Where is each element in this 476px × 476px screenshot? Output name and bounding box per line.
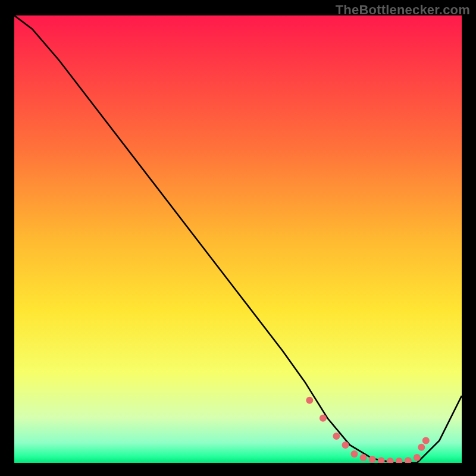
marker-dot [306,397,313,404]
marker-dot [422,437,430,444]
marker-dot [342,441,349,449]
marker-dot [418,444,425,451]
gradient-background [14,15,462,463]
chart-svg [14,15,462,463]
marker-dot [369,456,376,463]
chart-frame: TheBottlenecker.com [0,0,476,476]
marker-dot [360,454,367,461]
plot-area [14,15,462,463]
marker-dot [414,454,421,461]
marker-dot [320,415,327,422]
marker-dot [351,450,358,458]
marker-dot [333,433,340,440]
